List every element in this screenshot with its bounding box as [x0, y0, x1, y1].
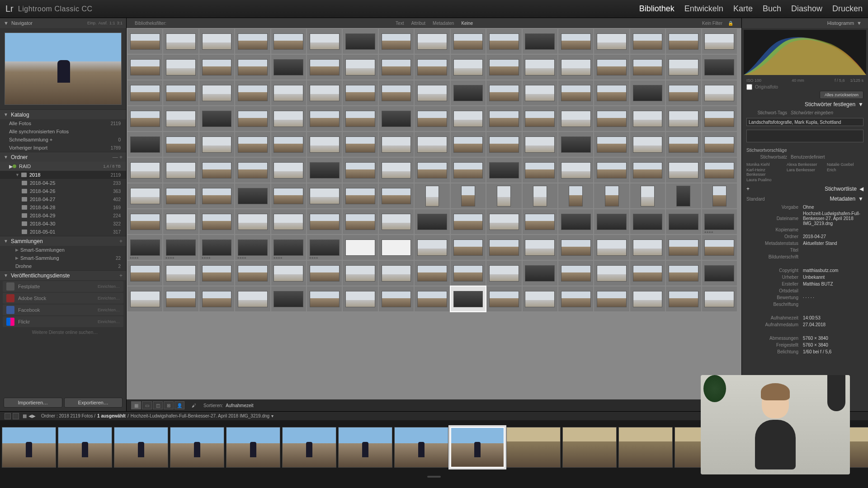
grid-cell[interactable]: [630, 80, 665, 105]
grid-cell[interactable]: [523, 80, 557, 105]
grid-cell[interactable]: [415, 209, 449, 234]
grid-cell[interactable]: [486, 286, 521, 311]
painter-icon[interactable]: 🖌: [192, 403, 196, 408]
grid-cell[interactable]: [451, 80, 486, 105]
folder-year[interactable]: ▼ 20182119: [0, 171, 126, 179]
grid-cell[interactable]: [702, 286, 737, 311]
grid-cell[interactable]: [271, 55, 306, 80]
grid-cell[interactable]: [451, 235, 486, 260]
folder-date[interactable]: 2018-05-01317: [0, 228, 126, 236]
grid-cell[interactable]: [271, 261, 306, 286]
grid-cell[interactable]: [307, 261, 342, 286]
grid-cell[interactable]: [127, 286, 162, 311]
metadata-row[interactable]: ErstellerMatthias BUTZ: [742, 281, 868, 287]
grid-cell[interactable]: [486, 106, 521, 131]
grid-cell[interactable]: [702, 158, 737, 183]
grid-cell[interactable]: [630, 235, 665, 260]
view-survey-button[interactable]: ⊞: [164, 401, 174, 409]
grid-cell[interactable]: [127, 183, 162, 208]
chevron-down-icon[interactable]: ▾: [271, 413, 274, 418]
catalog-quick[interactable]: Schnellsammlung +0: [0, 136, 126, 144]
catalog-header[interactable]: ▼ Katalog: [0, 109, 126, 119]
keyword-person[interactable]: Lara Benkesser: [787, 168, 823, 177]
filter-lock-icon[interactable]: 🔒: [728, 21, 733, 26]
navigator-header[interactable]: ▼ Navigator Einp. Ausf. 1:1 3:1: [0, 18, 126, 28]
filmstrip-thumb[interactable]: [282, 427, 336, 468]
grid-cell[interactable]: [235, 286, 270, 311]
grid-cell[interactable]: [523, 209, 557, 234]
grid-cell[interactable]: [451, 261, 486, 286]
export-button[interactable]: Exportieren…: [64, 398, 123, 408]
metadata-row[interactable]: Ortsdetail: [742, 287, 868, 294]
grid-cell[interactable]: [379, 183, 414, 208]
grid-cell[interactable]: [630, 158, 665, 183]
filmstrip-thumb[interactable]: [338, 427, 392, 468]
second-window-2-icon[interactable]: [13, 413, 19, 419]
grid-cell[interactable]: [486, 261, 521, 286]
grid-cell[interactable]: [199, 209, 234, 234]
grid-cell[interactable]: [451, 132, 486, 157]
grid-cell[interactable]: [271, 106, 306, 131]
grid-cell[interactable]: [666, 55, 701, 80]
drive-row[interactable]: ▶ RAID 1,4 / 8 TB: [0, 162, 126, 171]
grid-cell[interactable]: [630, 132, 665, 157]
grid-cell[interactable]: [702, 106, 737, 131]
grid-cell[interactable]: [558, 106, 593, 131]
grid-cell[interactable]: [486, 132, 521, 157]
grid-cell[interactable]: [451, 209, 486, 234]
publish-more[interactable]: Weitere Dienste online suchen…: [0, 328, 126, 336]
grid-cell[interactable]: [127, 132, 162, 157]
grid-cell[interactable]: [523, 132, 557, 157]
grid-cell[interactable]: [379, 235, 414, 260]
filter-attribute[interactable]: Attribut: [411, 21, 425, 26]
metadata-row[interactable]: Titel: [742, 247, 868, 253]
grid-cell[interactable]: [594, 55, 629, 80]
keyword-person[interactable]: Laura Pualino: [746, 178, 783, 182]
grid-cell[interactable]: [271, 29, 306, 54]
keyword-person[interactable]: Natalie Goebel: [827, 162, 863, 167]
grid-cell[interactable]: [343, 286, 377, 311]
metadata-header[interactable]: StandardMetadaten▼: [742, 194, 868, 204]
grid-cell[interactable]: [343, 29, 377, 54]
folder-date[interactable]: 2018-04-29224: [0, 211, 126, 220]
sort-value[interactable]: Aufnahmezeit: [226, 403, 253, 408]
grid-cell[interactable]: [379, 106, 414, 131]
grid-cell[interactable]: [199, 286, 234, 311]
grid-cell[interactable]: [558, 209, 593, 234]
metadata-row[interactable]: Ordner2018-04-27: [742, 233, 868, 240]
grid-cell[interactable]: [594, 80, 629, 105]
collection-item[interactable]: ▶Smart-Sammlung22: [0, 254, 126, 262]
grid-cell[interactable]: [415, 106, 449, 131]
grid-cell[interactable]: [343, 106, 377, 131]
filmstrip-thumb[interactable]: [394, 427, 448, 468]
grid-cell[interactable]: [199, 132, 234, 157]
metadata-row[interactable]: Freigestellt5760 × 3840: [742, 342, 868, 348]
module-print[interactable]: Drucken: [832, 4, 863, 14]
grid-cell[interactable]: [702, 29, 737, 54]
grid-cell[interactable]: ★★★★: [235, 235, 270, 260]
grid-cell[interactable]: [235, 132, 270, 157]
grid-cell[interactable]: [307, 183, 342, 208]
navigator-preview[interactable]: [0, 28, 126, 109]
grid-cell[interactable]: [307, 55, 342, 80]
grid-cell[interactable]: [199, 261, 234, 286]
import-button[interactable]: Importieren…: [4, 398, 62, 408]
metadata-row[interactable]: Bewertung· · · · ·: [742, 294, 868, 301]
grid-cell[interactable]: [702, 80, 737, 105]
grid-cell[interactable]: [702, 235, 737, 260]
grid-cell[interactable]: [163, 132, 198, 157]
grid-cell[interactable]: [666, 183, 701, 208]
grid-cell[interactable]: [307, 106, 342, 131]
grid-cell[interactable]: [702, 183, 737, 208]
histogram[interactable]: [744, 30, 866, 75]
filmstrip-thumb[interactable]: [170, 427, 224, 468]
metadata-row[interactable]: Bildunterschrift: [742, 253, 868, 260]
grid-cell[interactable]: ★★★★: [127, 235, 162, 260]
keyword-person[interactable]: Monika Kiehl: [746, 162, 783, 167]
grid-cell[interactable]: [558, 80, 593, 105]
grid-cell[interactable]: [594, 29, 629, 54]
grid-cell[interactable]: [523, 158, 557, 183]
grid-cell[interactable]: [486, 209, 521, 234]
metadata-row[interactable]: UrheberUnbekannt: [742, 274, 868, 281]
filmstrip-thumb[interactable]: [506, 427, 561, 468]
